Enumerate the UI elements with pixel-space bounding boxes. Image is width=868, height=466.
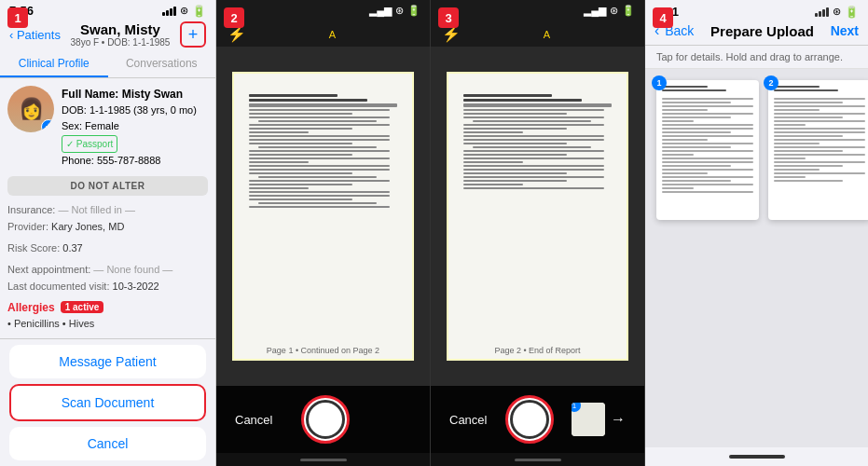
patient-details: Full Name: Misty Swan DOB: 1-1-1985 (38 … xyxy=(62,86,197,169)
status-bar-1: 7:56 ⊛ 🔋 xyxy=(0,0,215,20)
document-preview-2: Page 1 • Continued on Page 2 xyxy=(232,72,414,360)
camera-viewfinder-3: Page 2 • End of Report xyxy=(431,47,644,386)
cam-signal-icon-3: ▂▄▆ xyxy=(584,5,606,17)
add-button[interactable]: + xyxy=(180,21,206,48)
panel-camera-2: 3 ▂▄▆ ⊛ 🔋 ⚡ A xyxy=(431,0,645,466)
home-indicator-4 xyxy=(645,447,868,466)
wifi-icon-4: ⊛ xyxy=(833,6,841,18)
panel-prepare-upload: 4 8:01 ⊛ 🔋 ‹ Back Prepare Upload Next Ta… xyxy=(645,0,868,466)
cam-cancel-button-2[interactable]: Cancel xyxy=(235,413,272,427)
thumb-image-2 xyxy=(768,80,868,220)
cam-status-bar-2: ▂▄▆ ⊛ 🔋 xyxy=(216,0,430,21)
thumb-doc-lines-1 xyxy=(662,86,753,193)
insurance-row: Insurance: — Not filled in — xyxy=(7,201,208,219)
thumbnail-1[interactable]: 1 xyxy=(656,80,759,220)
step-badge-3: 3 xyxy=(438,7,459,28)
thumb-num-2: 2 xyxy=(764,75,778,90)
message-patient-button[interactable]: Message Patient xyxy=(9,345,206,378)
tab-clinical-profile[interactable]: Clinical Profile xyxy=(0,51,108,77)
passport-badge: ✓ Passport xyxy=(62,135,117,153)
home-bar-2 xyxy=(300,459,347,461)
next-arrow-icon-3[interactable]: → xyxy=(611,411,626,428)
cam-status-icons-2: ▂▄▆ ⊛ 🔋 xyxy=(369,5,420,17)
bottom-actions: Message Patient Scan Document Cancel xyxy=(0,338,215,466)
patient-name-header: Swan, Misty xyxy=(71,21,171,37)
nav-1: ‹ Patients Swan, Misty 38yo F • DOB: 1-1… xyxy=(0,20,215,51)
patient-content: 👩 + Full Name: Misty Swan DOB: 1-1-1985 … xyxy=(0,78,215,338)
cam-wifi-icon-3: ⊛ xyxy=(610,5,618,17)
patient-sex: Sex: Female xyxy=(62,118,197,134)
camera-controls-3: Cancel 1 → xyxy=(431,386,644,453)
cam-wifi-icon: ⊛ xyxy=(395,5,404,17)
home-bar-3 xyxy=(515,459,561,461)
camera-viewfinder-2: Page 1 • Continued on Page 2 xyxy=(216,47,430,386)
cam-top-bar-3: ⚡ A xyxy=(431,21,644,47)
doc-lines-3 xyxy=(458,89,618,195)
signal-bar-3 xyxy=(170,8,172,16)
scanned-thumbnail-3[interactable]: 1 xyxy=(572,403,605,436)
cam-signal-icon: ▂▄▆ xyxy=(369,5,392,17)
doc-content-3 xyxy=(458,89,618,345)
tabs-1: Clinical Profile Conversations xyxy=(0,51,215,78)
next-appt-row: Next appointment: — None found — xyxy=(7,261,208,279)
do-not-alter-banner: DO NOT ALTER xyxy=(7,176,208,196)
status-icons-4: ⊛ 🔋 xyxy=(815,6,859,19)
shutter-button-3[interactable] xyxy=(505,395,554,444)
signal-icon xyxy=(162,7,176,16)
next-button-4[interactable]: Next xyxy=(831,23,859,38)
signal-bar-2 xyxy=(166,10,169,16)
patient-full-name: Full Name: Misty Swan xyxy=(62,86,197,103)
battery-icon-4: 🔋 xyxy=(845,6,859,19)
patient-dob: DOB: 1-1-1985 (38 yrs, 0 mo) xyxy=(62,103,197,118)
scan-document-button[interactable]: Scan Document xyxy=(9,384,206,421)
battery-icon: 🔋 xyxy=(192,5,206,18)
allergy-count-badge: 1 active xyxy=(61,301,104,313)
flash-label-3: A xyxy=(544,29,550,40)
doc-lines-2 xyxy=(243,89,404,213)
wifi-icon: ⊛ xyxy=(180,5,188,17)
panel-patient-profile: 1 7:56 ⊛ 🔋 ‹ Patients Swan, Misty 38yo F… xyxy=(0,0,216,466)
flash-label-2: A xyxy=(329,29,336,40)
thumb-image-1 xyxy=(656,80,759,220)
page-indicator-2: Page 1 • Continued on Page 2 xyxy=(234,346,412,355)
shutter-inner-3 xyxy=(510,400,549,439)
signal-bar-1 xyxy=(162,12,165,16)
shutter-inner-2 xyxy=(306,400,345,439)
thumbnails-area: 1 xyxy=(645,69,868,447)
home-indicator-2 xyxy=(216,453,430,466)
page-indicator-3: Page 2 • End of Report xyxy=(448,346,627,355)
thumbnail-area-3: 1 → xyxy=(572,403,626,436)
avatar-add-icon[interactable]: + xyxy=(41,119,54,132)
thumbnail-2[interactable]: 2 xyxy=(768,80,868,220)
allergies-header: Allergies 1 active xyxy=(7,301,208,314)
nav-4: ‹ Back Prepare Upload Next xyxy=(645,21,868,46)
step-badge-2: 2 xyxy=(224,7,244,28)
tab-conversations[interactable]: Conversations xyxy=(108,51,216,77)
camera-controls-2: Cancel xyxy=(216,386,430,453)
signal-icon-4 xyxy=(815,7,829,17)
back-patients-button[interactable]: ‹ Patients xyxy=(9,28,61,42)
cam-cancel-button-3[interactable]: Cancel xyxy=(449,413,487,427)
provider-row: Provider: Kary Jones, MD xyxy=(7,218,208,236)
home-bar-4 xyxy=(729,455,785,459)
avatar: 👩 + xyxy=(7,86,54,132)
shutter-button-2[interactable] xyxy=(301,395,350,444)
signal-bar-4 xyxy=(173,7,176,16)
allergy-items: • Penicillins • Hives xyxy=(7,318,208,329)
thumb-num-1: 1 xyxy=(652,75,667,90)
panel-camera-1: 2 ▂▄▆ ⊛ 🔋 ⚡ A xyxy=(216,0,431,466)
arrange-hint: Tap for details. Hold and drag to arrang… xyxy=(645,46,868,69)
risk-score-row: Risk Score: 0.37 xyxy=(7,240,208,257)
status-bar-4: 8:01 ⊛ 🔋 xyxy=(645,0,868,21)
home-indicator-3 xyxy=(431,453,644,466)
status-icons-1: ⊛ 🔋 xyxy=(162,5,206,18)
document-preview-3: Page 2 • End of Report xyxy=(447,72,628,360)
page-title-4: Prepare Upload xyxy=(710,23,814,39)
cancel-button-1[interactable]: Cancel xyxy=(9,427,206,460)
patient-info-header: 38yo F • DOB: 1-1-1985 xyxy=(71,37,171,48)
cam-top-bar-2: ⚡ A xyxy=(216,21,430,47)
last-visit-row: Last documented visit: 10-3-2022 xyxy=(7,278,208,295)
cam-status-icons-3: ▂▄▆ ⊛ 🔋 xyxy=(584,5,635,17)
cam-battery-icon-3: 🔋 xyxy=(622,5,635,17)
cam-battery-icon: 🔋 xyxy=(407,5,420,17)
